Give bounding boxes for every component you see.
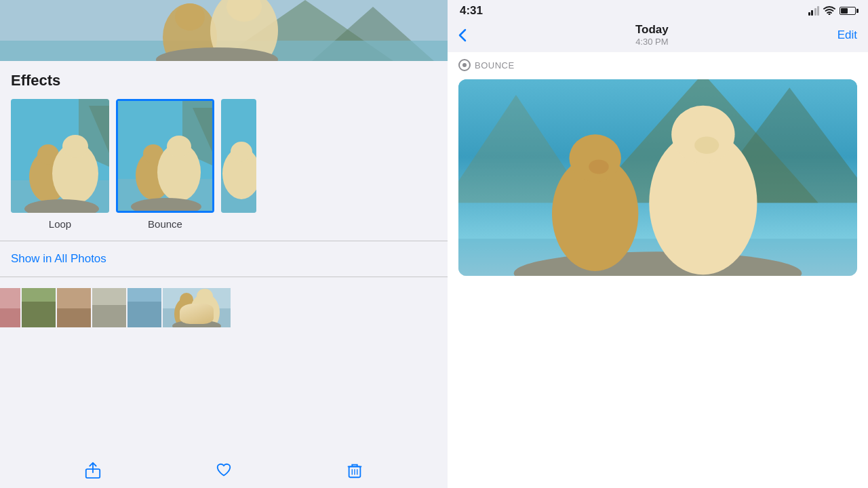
- nav-bar: Today 4:30 PM Edit: [448, 20, 868, 52]
- svg-point-46: [197, 289, 213, 304]
- effects-title: Effects: [11, 72, 437, 89]
- show-all-photos-link[interactable]: Show in All Photos: [0, 252, 448, 266]
- effect-thumb-loop[interactable]: [11, 99, 109, 213]
- divider-1: [0, 241, 448, 241]
- bounce-effect-label: BOUNCE: [458, 59, 857, 71]
- svg-point-61: [569, 134, 620, 182]
- svg-point-53: [829, 13, 831, 15]
- effects-scroll: Loop Bounce: [11, 99, 437, 230]
- svg-point-64: [589, 159, 609, 174]
- film-thumb-3[interactable]: [57, 288, 91, 327]
- signal-bar-4: [817, 6, 819, 16]
- signal-bar-1: [808, 12, 810, 16]
- svg-rect-34: [22, 302, 56, 327]
- svg-rect-32: [0, 308, 20, 327]
- film-thumb-6[interactable]: [163, 288, 231, 327]
- status-icons: [808, 5, 856, 17]
- status-time: 4:31: [460, 4, 483, 18]
- wifi-icon: [823, 5, 835, 17]
- svg-point-30: [231, 142, 252, 162]
- film-thumb-2[interactable]: [22, 288, 56, 327]
- left-panel: Effects Loop: [0, 0, 448, 488]
- like-button[interactable]: [214, 461, 233, 480]
- edit-button[interactable]: Edit: [837, 28, 857, 42]
- back-button[interactable]: [458, 28, 467, 42]
- delete-button[interactable]: [345, 461, 364, 480]
- effect-item-bounce[interactable]: Bounce: [116, 99, 214, 230]
- svg-rect-36: [57, 288, 91, 308]
- svg-point-63: [671, 106, 734, 163]
- divider-2: [0, 277, 448, 277]
- effect-thumb-partial[interactable]: [221, 99, 256, 213]
- svg-point-5: [175, 3, 205, 30]
- film-thumb-4[interactable]: [92, 288, 126, 327]
- hero-image: [0, 0, 448, 61]
- signal-bar-3: [814, 8, 816, 16]
- effect-item-loop[interactable]: Loop: [11, 99, 109, 230]
- nav-title-sub: 4:30 PM: [635, 37, 669, 47]
- right-panel: 4:31: [448, 0, 868, 488]
- battery-fill: [841, 8, 848, 14]
- battery-icon: [840, 7, 856, 15]
- svg-rect-40: [127, 302, 161, 327]
- svg-point-25: [167, 136, 191, 157]
- signal-bars: [808, 6, 820, 16]
- photo-preview[interactable]: [458, 79, 857, 276]
- effects-section: Effects Loop: [0, 61, 448, 230]
- signal-bar-2: [811, 10, 813, 16]
- nav-title-main: Today: [635, 23, 669, 37]
- effect-thumb-bounce[interactable]: [116, 99, 214, 213]
- film-thumb-5[interactable]: [127, 288, 161, 327]
- bounce-dot-inner: [462, 63, 467, 67]
- effect-label-loop: Loop: [49, 218, 71, 230]
- svg-rect-38: [92, 305, 126, 327]
- svg-point-65: [694, 137, 719, 154]
- effect-label-bounce: Bounce: [148, 218, 182, 230]
- svg-point-44: [180, 293, 193, 306]
- status-bar: 4:31: [448, 0, 868, 20]
- share-button[interactable]: [83, 461, 102, 480]
- filmstrip: [0, 288, 448, 327]
- messages-area[interactable]: BOUNCE: [448, 52, 868, 488]
- effect-item-partial[interactable]: [221, 99, 256, 230]
- svg-point-16: [62, 135, 88, 158]
- bounce-dot: [458, 59, 471, 71]
- bottom-toolbar: [0, 453, 448, 488]
- film-thumb-1[interactable]: [0, 288, 20, 327]
- nav-title: Today 4:30 PM: [635, 23, 669, 47]
- bounce-text: BOUNCE: [475, 60, 515, 70]
